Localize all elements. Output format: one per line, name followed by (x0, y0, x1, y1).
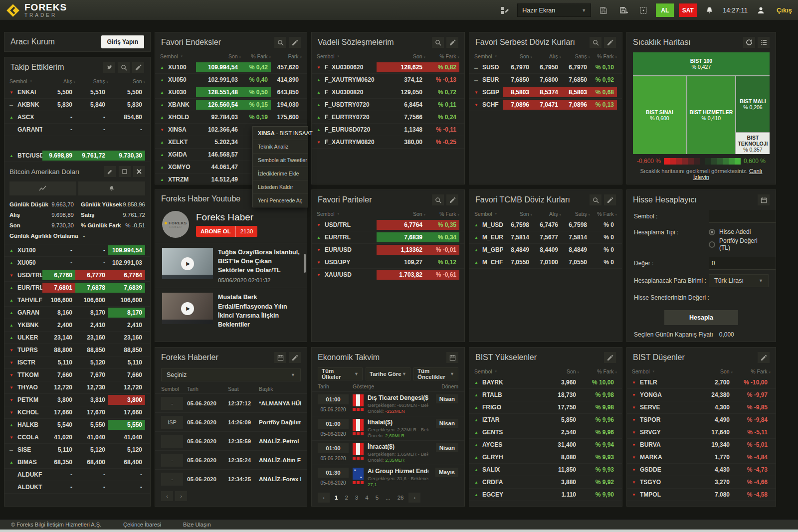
quote-row[interactable]: ▼KCHOL17,66017,67017,660 (4, 406, 150, 419)
col-header[interactable]: % Fark ▾ (733, 368, 771, 374)
edit-list-icon[interactable] (289, 37, 301, 48)
edit-list-icon[interactable] (604, 352, 616, 363)
calendar-page-number[interactable]: 5 (374, 494, 381, 502)
quote-row[interactable]: ▼BURVA19,340% -5,01 (627, 439, 776, 451)
quote-row[interactable]: ▲XU100109.994,54% 0,42457,620 (155, 61, 307, 74)
close-icon[interactable] (133, 166, 145, 177)
col-header[interactable]: % Fark ▾ (590, 211, 617, 217)
radio-portfolio-value[interactable]: Portföy Değeri (TL) (709, 237, 769, 251)
quote-row[interactable]: ▲M_CHF7,05507,01007,0550% 0 (469, 256, 622, 269)
symbol-search-icon[interactable] (432, 194, 444, 205)
col-header[interactable]: Dönem (432, 383, 458, 391)
quote-row[interactable]: ▼ISCTR5,1105,1205,110 (4, 356, 150, 369)
context-menu-item[interactable]: Teknik Analiz (253, 140, 308, 154)
col-header[interactable]: Satış ▾ (561, 211, 590, 217)
alarm-tab-button[interactable] (78, 181, 145, 195)
quote-row[interactable]: ▲F_XAUTRYM0620374,12% -0,13 (312, 74, 464, 86)
subscribe-button[interactable]: ABONE OL2130 (196, 226, 257, 237)
play-icon[interactable]: ▶ (181, 257, 194, 270)
quote-row[interactable]: ▲XU050--102.991,03 (4, 257, 150, 269)
quote-row[interactable]: ▲F_XU0300820129,050% 0,72 (312, 86, 464, 99)
context-menu-item[interactable]: Sembole ait Tweetler (253, 154, 308, 167)
col-header[interactable]: Sembol ▾ (474, 368, 534, 374)
calendar-page-number[interactable]: ... (384, 494, 393, 502)
quote-row[interactable]: ▲CRDFA3,880% 9,92 (469, 476, 622, 489)
col-header[interactable]: Sembol ▾ (9, 78, 42, 84)
context-menu-item[interactable]: Listeden Kaldır (253, 180, 308, 194)
col-header[interactable]: Son ▾ (196, 53, 241, 59)
quote-row[interactable]: ▼EUR/USD1,13362% -0,01 (312, 244, 464, 256)
quote-row[interactable]: ▲ULKER23,14023,16023,160 (4, 332, 150, 344)
quote-row[interactable]: ▲FRIGO17,750% 9,98 (469, 401, 622, 414)
col-header[interactable]: Sembol ▾ (160, 53, 196, 59)
calendar-event[interactable]: 01:0005-06-2020İthalat($)Gerçekleşen: 2,… (312, 416, 464, 440)
quote-row[interactable]: ALDUKF1--- (4, 469, 150, 481)
quote-row[interactable]: ▲BIMAS68,35068,40068,400 (4, 456, 150, 469)
video-item[interactable]: ▶Tuğba Özay/Borsa İstanbul, BIST'te Öne … (155, 243, 307, 288)
quote-row[interactable]: ▼XAU/USD1.703,82% -0,61 (312, 269, 464, 281)
symbol-search-icon[interactable] (432, 37, 444, 48)
col-header[interactable]: Sembol ▾ (317, 211, 377, 217)
quote-row[interactable]: ▬SUSD6,79706,79506,7970% 0,10 (469, 61, 622, 74)
calendar-icon[interactable] (274, 352, 286, 363)
calendar-filter-select[interactable]: Tüm Öncelikler▼ (413, 367, 458, 380)
treemap-tile-mali[interactable]: BIST MALI% 0,206 (736, 76, 770, 132)
twitter-icon[interactable] (103, 62, 115, 73)
calendar-event[interactable]: 01:3005-06-2020Ai Group Hizmet EndeksiGe… (312, 465, 464, 489)
treemap-tile-sinai[interactable]: BIST SINAI% 0,600 (633, 76, 686, 154)
quote-row[interactable]: ▲YKBNK2,4002,4102,410 (4, 319, 150, 332)
quote-row[interactable]: ▼TSGYO3,270% -4,66 (627, 476, 776, 489)
news-row[interactable]: -05-06-202012:35:24ANALİZ-Altın Fiyatlar… (155, 450, 307, 469)
quote-row[interactable]: ▼SGBP8,58038,53748,5803% 0,68 (469, 86, 622, 99)
col-header[interactable]: Başlık (259, 386, 297, 392)
col-header[interactable]: % Fark ▾ (579, 368, 617, 374)
edit-list-icon[interactable] (758, 352, 770, 363)
refresh-icon[interactable] (743, 37, 755, 48)
col-header[interactable]: Sembol ▾ (474, 53, 503, 59)
treemap-tile-bist100[interactable]: BIST 100% 0,427 (633, 52, 770, 75)
quote-row[interactable]: ▬SEUR7,68507,68007,6850% 0,92 (469, 74, 622, 86)
quote-row[interactable]: GARANTE--- (4, 124, 150, 136)
logout-button[interactable]: Çıkış (777, 6, 792, 14)
quote-row[interactable]: ▲F_USDTRY07206,8454% 0,11 (312, 99, 464, 111)
quote-row[interactable]: ▲EUR/TRL7,6839% 0,34 (312, 231, 464, 244)
quote-row[interactable]: ▲GARAN8,1608,1708,170 (4, 307, 150, 319)
disclaimer-link[interactable]: Çekince İbaresi (123, 522, 161, 528)
context-menu-item[interactable]: İzlediklerime Ekle (253, 167, 308, 180)
quote-row[interactable]: ▼TUPRS88,80088,85088,850 (4, 344, 150, 356)
col-header[interactable]: Alış ▾ (532, 53, 561, 59)
video-thumbnail[interactable]: ▶ (162, 248, 213, 279)
quote-row[interactable]: ▲EUR/TRL7,68017,68787,6839 (4, 282, 150, 294)
quote-row[interactable]: ▲GENTS2,540% 9,96 (469, 426, 622, 439)
quote-row[interactable]: ▲F_EURUSD07201,1348% -0,11 (312, 124, 464, 136)
quote-row[interactable]: ▼ETILR2,700% -10,00 (627, 376, 776, 389)
col-header[interactable]: Sembol (161, 386, 183, 392)
quote-row[interactable]: ▬SISE5,1105,1205,120 (4, 444, 150, 456)
contact-link[interactable]: Bize Ulaşın (183, 522, 211, 528)
quote-row[interactable]: ▼MARKA1,770% -4,84 (627, 451, 776, 464)
col-header[interactable]: Gösterge (353, 383, 432, 391)
edit-list-icon[interactable] (289, 352, 301, 363)
symbol-input[interactable] (709, 210, 776, 223)
col-header[interactable]: Saat (228, 386, 255, 392)
edit-list-icon[interactable] (446, 194, 458, 205)
quote-row[interactable]: ▲F_EURTRY07207,7566% 0,24 (312, 111, 464, 124)
col-header[interactable]: Fark ▾ (271, 53, 302, 59)
quote-row[interactable]: ▲IZTAR5,850% 9,96 (469, 414, 622, 426)
col-header[interactable]: Son ▾ (108, 78, 145, 84)
quote-row[interactable]: ▲BTC/USD9.698,899.761,729.730,30 (4, 150, 150, 162)
selection-mode-icon[interactable] (636, 4, 651, 17)
treemap-tile-hizmetler[interactable]: BIST HIZMETLER% 0,410 (687, 76, 735, 154)
news-page-arrow[interactable]: ‹ (161, 491, 173, 501)
value-input[interactable] (709, 257, 776, 270)
quote-row[interactable]: ▼TSPOR4,490% -9,84 (627, 414, 776, 426)
buy-button[interactable]: AL (656, 3, 674, 17)
calendar-icon[interactable] (758, 194, 770, 205)
col-header[interactable]: Son ▾ (377, 53, 425, 59)
quote-row[interactable]: ▲XHOLD92.784,03% 0,19175,600 (155, 111, 307, 124)
quote-row[interactable]: ▲TAHVILF106,600106,600106,600 (4, 294, 150, 307)
radio-share-count[interactable]: Hisse Adedi (709, 228, 751, 235)
col-header[interactable]: % Fark ▾ (241, 53, 271, 59)
play-icon[interactable]: ▶ (181, 302, 194, 315)
col-header[interactable]: Sembol ▾ (317, 53, 377, 59)
